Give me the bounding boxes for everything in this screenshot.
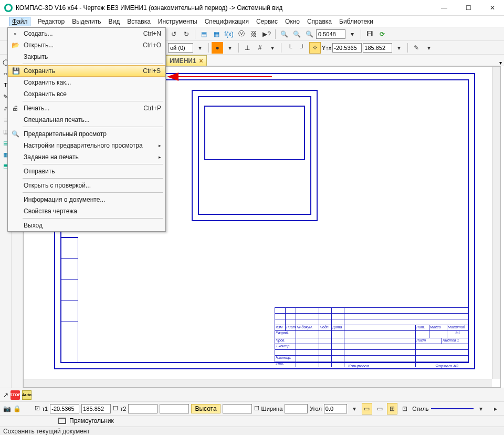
t2-x-input[interactable] <box>128 404 158 413</box>
layer-dropdown-icon[interactable]: ▾ <box>194 42 206 54</box>
file-menu-dropdown: ▫ Создать...Ctrl+N 📂 Открыть...Ctrl+O За… <box>7 27 166 232</box>
fx-icon[interactable]: f(x) <box>223 28 235 40</box>
menu-item-send[interactable]: Отправить <box>8 165 165 177</box>
shape-tab-label[interactable]: Прямоугольник <box>69 417 114 424</box>
printer-icon: 🖨 <box>11 104 19 112</box>
arrow-icon[interactable]: ↗ <box>3 391 8 399</box>
t1-y-input[interactable] <box>81 404 111 413</box>
angle-dropdown-icon[interactable]: ▾ <box>349 403 360 415</box>
menu-item-close[interactable]: Закрыть <box>8 51 165 63</box>
menu-spec[interactable]: Спецификация <box>205 18 249 25</box>
lock-icon[interactable]: 🔒 <box>13 405 21 412</box>
menu-item-drawing-props[interactable]: Свойства чертежа <box>8 205 165 217</box>
menu-window[interactable]: Окно <box>285 18 300 25</box>
measure-dropdown-icon[interactable]: ▾ <box>423 42 435 54</box>
axis-toggle-1-icon[interactable]: ▭ <box>362 403 372 415</box>
camera-icon[interactable]: 📷 <box>3 405 11 412</box>
menu-item-doc-info[interactable]: Информация о документе... <box>8 194 165 205</box>
coord-x[interactable] <box>332 43 362 53</box>
menu-item-special-print[interactable]: Специальная печать... <box>8 114 165 126</box>
menu-help[interactable]: Справка <box>307 18 332 25</box>
zoom-dropdown-icon[interactable]: ▾ <box>346 28 358 40</box>
menu-item-preview-settings[interactable]: Настройки предварительного просмотра▸ <box>8 140 165 151</box>
snap-icon[interactable]: ✧ <box>309 42 321 54</box>
bottom-tab-bar: Прямоугольник <box>0 416 504 426</box>
document-tab[interactable]: ИМЕНИ1 × <box>166 55 207 66</box>
style-swatch[interactable]: ● <box>212 42 223 54</box>
window-title: КОМПАС-3D V16 x64 - Чертеж БЕЗ ИМЕНИ1 (о… <box>16 4 437 12</box>
style-dropdown-icon[interactable]: ▾ <box>224 42 236 54</box>
scrollbar-vertical[interactable] <box>492 67 500 379</box>
width-input[interactable] <box>285 404 308 413</box>
height-input[interactable] <box>223 404 252 413</box>
sheet-icon[interactable]: ▦ <box>211 28 222 40</box>
menu-item-create[interactable]: ▫ Создать...Ctrl+N <box>8 28 165 39</box>
stop-icon[interactable]: STOP <box>10 390 20 400</box>
coord-dropdown-icon[interactable]: ▾ <box>393 42 405 54</box>
grid-dropdown-icon[interactable]: ▾ <box>267 42 278 54</box>
t1-label: т1 <box>42 406 48 412</box>
menu-item-open-check[interactable]: Открыть с проверкой... <box>8 180 165 191</box>
redo-icon[interactable]: ↻ <box>181 28 192 40</box>
chain-icon[interactable]: ⛓ <box>248 28 260 40</box>
menu-item-exit[interactable]: Выход <box>8 220 165 231</box>
angle-label: Угол <box>310 406 322 412</box>
grid-icon[interactable]: # <box>254 42 266 54</box>
line-style-preview[interactable] <box>431 408 474 409</box>
menu-libs[interactable]: Библиотеки <box>339 18 373 25</box>
menu-item-print-job[interactable]: Задание на печать▸ <box>8 151 165 163</box>
menu-editor[interactable]: Редактор <box>38 18 65 25</box>
tab-close-icon[interactable]: × <box>200 57 203 65</box>
axis-icon[interactable]: └ <box>284 42 296 54</box>
format-label: Формат А3 <box>435 364 458 368</box>
scrollbar-horizontal[interactable] <box>24 379 492 387</box>
layer-combo[interactable] <box>168 43 193 53</box>
zoom-out-icon[interactable]: 🔍 <box>303 28 315 40</box>
style-dropdown2-icon[interactable]: ▾ <box>476 403 486 415</box>
axis-toggle-2-icon[interactable]: ▭ <box>374 403 385 415</box>
film-icon[interactable]: 🎞 <box>364 28 375 40</box>
dim-icon[interactable]: ⊥ <box>242 42 253 54</box>
menu-service[interactable]: Сервис <box>256 18 278 25</box>
annotation-arrow <box>167 71 272 82</box>
t1-x-input[interactable] <box>50 404 79 413</box>
menu-tools[interactable]: Инструменты <box>158 18 197 25</box>
ortho-icon[interactable]: ┘ <box>297 42 308 54</box>
width-checkbox[interactable]: ☐ <box>254 405 259 412</box>
height-label[interactable]: Высота <box>191 404 220 413</box>
menu-item-open[interactable]: 📂 Открыть...Ctrl+O <box>8 39 165 51</box>
property-bar: 📷 🔒 ☑ т1 ☐ т2 Высота ☐ Ширина Угол ▾ ▭ ▭… <box>0 402 504 416</box>
var-icon[interactable]: ⓥ <box>236 28 247 40</box>
help-icon[interactable]: ▶? <box>261 28 272 40</box>
menu-view[interactable]: Вид <box>109 18 120 25</box>
close-button[interactable]: ✕ <box>485 4 500 12</box>
menu-file[interactable]: Файл <box>9 17 30 26</box>
menu-item-save-all[interactable]: Сохранить все <box>8 88 165 100</box>
refresh-icon[interactable]: ⟳ <box>376 28 388 40</box>
undo-icon[interactable]: ↺ <box>168 28 180 40</box>
menu-item-save-as[interactable]: Сохранить как... <box>8 77 165 88</box>
t1-checkbox[interactable]: ☑ <box>35 405 40 412</box>
coord-y[interactable] <box>363 43 392 53</box>
auto-icon[interactable]: Auto <box>22 390 32 400</box>
t2-y-input[interactable] <box>160 404 189 413</box>
maximize-button[interactable]: ☐ <box>461 4 476 12</box>
angle-input[interactable] <box>324 404 347 413</box>
save-icon: 💾 <box>12 67 20 75</box>
zoom-in-icon[interactable]: 🔍 <box>291 28 302 40</box>
menu-item-print[interactable]: 🖨 Печать...Ctrl+P <box>8 102 165 114</box>
zoom-input[interactable] <box>316 29 345 39</box>
zoom-fit-icon[interactable]: 🔍 <box>278 28 290 40</box>
list-icon[interactable]: ▤ <box>198 28 209 40</box>
menu-item-save[interactable]: 💾 СохранитьCtrl+S <box>8 65 165 77</box>
menu-insert[interactable]: Вставка <box>127 18 151 25</box>
axis-toggle-4-icon[interactable]: ⊡ <box>400 403 410 415</box>
tab-list-dropdown-icon[interactable]: ▾ <box>499 60 502 66</box>
axis-toggle-3-icon[interactable]: ⊞ <box>387 403 397 415</box>
menu-item-preview[interactable]: 🔍 Предварительный просмотр <box>8 128 165 140</box>
scroll-right-icon[interactable]: ▸ <box>490 403 501 415</box>
minimize-button[interactable]: — <box>437 4 452 12</box>
measure-icon[interactable]: ✎ <box>411 42 422 54</box>
menu-select[interactable]: Выделить <box>72 18 101 25</box>
t2-checkbox[interactable]: ☐ <box>113 405 118 412</box>
